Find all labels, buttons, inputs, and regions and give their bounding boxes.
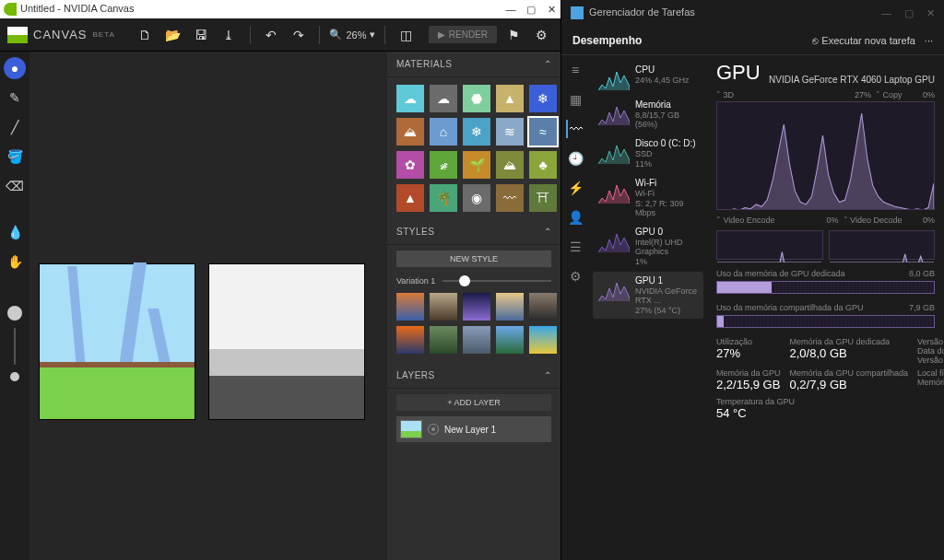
open-file-button[interactable]: 📂: [161, 23, 183, 47]
resource-item[interactable]: Wi-FiWi-FiS: 2,7 R: 309 Mbps: [593, 174, 703, 221]
material-swatch[interactable]: ▲: [496, 85, 524, 112]
window-minimize-button[interactable]: —: [505, 4, 516, 16]
resource-name: Wi-Fi: [635, 178, 698, 188]
chart-3d-pct: 27%: [855, 90, 871, 99]
style-thumb[interactable]: [496, 326, 524, 354]
nvidia-logo-icon: [4, 3, 17, 16]
style-thumb[interactable]: [529, 293, 557, 321]
material-swatch[interactable]: ⛰: [396, 118, 424, 146]
export-button[interactable]: ⤓: [218, 23, 240, 47]
style-thumb[interactable]: [396, 326, 424, 354]
nav-startup[interactable]: ⚡: [566, 179, 584, 197]
undo-button[interactable]: ↶: [260, 23, 282, 47]
style-thumb[interactable]: [463, 293, 490, 321]
materials-header[interactable]: MATERIALS⌃: [387, 52, 560, 77]
window-close-button[interactable]: ✕: [546, 4, 557, 16]
feedback-button[interactable]: ⚑: [502, 23, 525, 47]
resource-sub: S: 2,7 R: 309 Mbps: [635, 199, 698, 217]
chart-dec-label[interactable]: Video Decode: [850, 216, 902, 225]
window-close-button[interactable]: ✕: [926, 7, 935, 19]
canvas-toolbar: CANVASBETA 🗋 📂 🖫 ⤓ ↶ ↷ 🔍 26% ▾ ◫ ▶ RENDE…: [0, 18, 560, 52]
pencil-tool[interactable]: ✎: [4, 87, 26, 109]
resource-item[interactable]: GPU 1NVIDIA GeForce RTX ...27% (54 °C): [593, 272, 703, 319]
window-maximize-button[interactable]: ▢: [904, 7, 914, 19]
save-button[interactable]: 🖫: [190, 23, 212, 47]
run-task-button[interactable]: ⎋ Executar nova tarefa: [812, 35, 915, 46]
material-swatch[interactable]: ⛰: [496, 151, 524, 179]
brush-size-max[interactable]: [7, 306, 22, 321]
tm-titlebar[interactable]: Gerenciador de Tarefas — ▢ ✕: [561, 0, 944, 26]
canvas-area[interactable]: [30, 52, 387, 560]
canvas-titlebar[interactable]: Untitled - NVIDIA Canvas — ▢ ✕: [0, 0, 560, 18]
util-label: Utilização: [716, 337, 781, 346]
redo-button[interactable]: ↷: [288, 23, 310, 47]
nav-details[interactable]: ☰: [566, 238, 584, 256]
style-thumb[interactable]: [529, 326, 557, 354]
nav-history[interactable]: 🕘: [566, 149, 584, 168]
zoom-control[interactable]: 🔍 26% ▾: [329, 29, 375, 41]
resource-item[interactable]: CPU24% 4,45 GHz: [593, 61, 703, 94]
eraser-tool[interactable]: ⌫: [4, 175, 26, 197]
segmentation-canvas[interactable]: [39, 263, 195, 420]
nav-services[interactable]: ⚙: [566, 267, 584, 286]
layer-row[interactable]: New Layer 1: [396, 416, 551, 442]
fill-tool[interactable]: 🪣: [4, 146, 26, 168]
chart-3d-label[interactable]: 3D: [724, 90, 735, 99]
split-view-button[interactable]: ◫: [395, 23, 417, 47]
resource-item[interactable]: Disco 0 (C: D:)SSD11%: [593, 134, 703, 172]
variation-slider[interactable]: [442, 280, 551, 282]
style-thumb[interactable]: [430, 293, 457, 321]
material-swatch[interactable]: ♣: [529, 151, 557, 179]
style-thumb[interactable]: [396, 293, 424, 321]
nav-users[interactable]: 👤: [566, 208, 584, 227]
window-maximize-button[interactable]: ▢: [525, 4, 537, 16]
material-swatch[interactable]: ✿: [396, 151, 424, 179]
material-swatch[interactable]: ⛩: [529, 184, 557, 212]
add-layer-button[interactable]: + ADD LAYER: [396, 394, 551, 411]
material-swatch[interactable]: ≈: [529, 118, 557, 146]
style-thumb[interactable]: [496, 293, 524, 321]
new-file-button[interactable]: 🗋: [134, 23, 156, 47]
style-thumb[interactable]: [430, 326, 457, 354]
chevron-up-icon: ⌃: [544, 59, 552, 69]
material-swatch[interactable]: ≋: [496, 118, 524, 146]
brush-size-min[interactable]: [10, 372, 19, 381]
material-swatch[interactable]: ☁: [430, 85, 457, 112]
window-minimize-button[interactable]: —: [881, 7, 891, 19]
new-style-button[interactable]: NEW STYLE: [396, 251, 551, 267]
layers-header[interactable]: LAYERS⌃: [387, 363, 560, 389]
resource-name: GPU 0: [635, 227, 698, 237]
resource-item[interactable]: GPU 0Intel(R) UHD Graphics1%: [593, 223, 703, 270]
brush-size-slider[interactable]: [14, 328, 16, 365]
resource-item[interactable]: Memória8,8/15,7 GB (56%): [593, 96, 703, 133]
nav-processes[interactable]: ▦: [566, 90, 584, 109]
brush-tool[interactable]: ●: [4, 57, 26, 79]
render-button[interactable]: ▶ RENDER: [429, 26, 497, 43]
run-task-label: Executar nova tarefa: [821, 35, 915, 46]
styles-header[interactable]: STYLES⌃: [387, 219, 560, 245]
chart-copy-label[interactable]: Copy: [882, 90, 902, 99]
eyedropper-tool[interactable]: 💧: [4, 221, 26, 243]
material-swatch[interactable]: ❄: [529, 85, 557, 112]
material-swatch[interactable]: 〰: [496, 184, 524, 212]
style-thumb[interactable]: [463, 326, 490, 354]
material-swatch[interactable]: ◉: [463, 184, 490, 212]
more-button[interactable]: ···: [925, 35, 933, 46]
material-swatch[interactable]: 🌱: [463, 151, 490, 179]
res-label: Memória res...: [917, 378, 944, 387]
material-swatch[interactable]: ⬣: [463, 85, 490, 112]
material-swatch[interactable]: ▲: [396, 184, 424, 212]
visibility-icon[interactable]: [428, 424, 439, 435]
settings-button[interactable]: ⚙: [531, 23, 553, 47]
line-tool[interactable]: ╱: [4, 116, 26, 138]
material-swatch[interactable]: ☁: [396, 85, 424, 112]
chart-enc-label[interactable]: Video Encode: [724, 216, 775, 225]
nav-performance[interactable]: 〰: [566, 120, 584, 138]
material-swatch[interactable]: ⸙: [430, 151, 457, 179]
nav-menu-button[interactable]: ≡: [566, 61, 584, 79]
pan-tool[interactable]: ✋: [4, 251, 26, 273]
mem-ded-label: Uso da memória de GPU dedicada: [716, 269, 845, 278]
material-swatch[interactable]: 🌴: [430, 184, 457, 212]
material-swatch[interactable]: ❄: [463, 118, 490, 146]
material-swatch[interactable]: ⌂: [430, 118, 457, 146]
